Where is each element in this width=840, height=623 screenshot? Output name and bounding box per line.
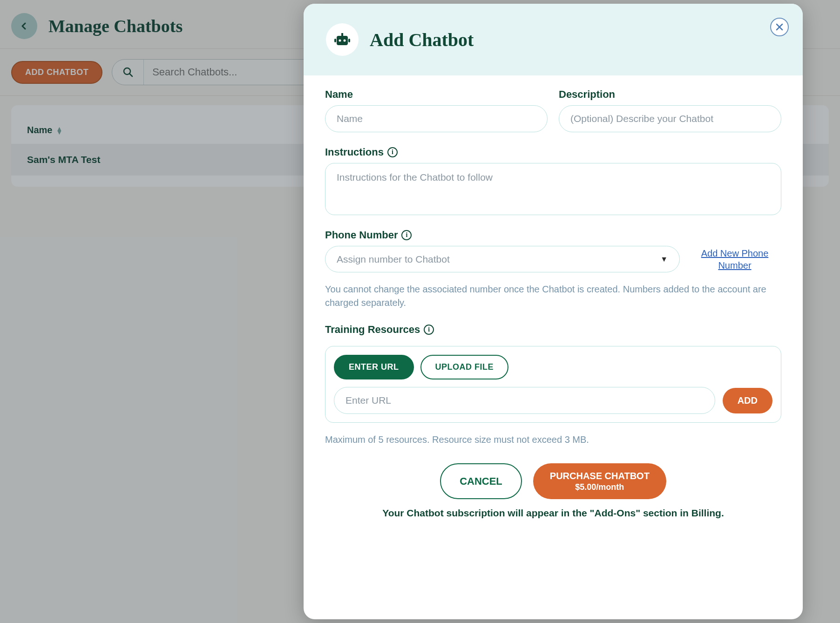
svg-rect-6 xyxy=(334,39,336,42)
modal-header: Add Chatbot xyxy=(304,4,803,75)
phone-label-text: Phone Number xyxy=(325,229,398,241)
phone-help-text: You cannot change the associated number … xyxy=(325,283,781,310)
training-help-text: Maximum of 5 resources. Resource size mu… xyxy=(325,433,781,447)
modal-title: Add Chatbot xyxy=(370,29,474,51)
name-label: Name xyxy=(325,88,548,101)
training-label-text: Training Resources xyxy=(325,324,420,336)
purchase-button[interactable]: PURCHASE CHATBOT $5.00/month xyxy=(533,463,666,499)
add-url-button[interactable]: ADD xyxy=(723,388,772,413)
close-icon xyxy=(775,23,784,31)
training-label: Training Resources i xyxy=(325,324,781,336)
description-label: Description xyxy=(559,88,781,101)
training-box: ENTER URL UPLOAD FILE ADD xyxy=(325,346,781,423)
modal-body: Name Description Instructions i Phone Nu… xyxy=(304,75,803,619)
tab-enter-url[interactable]: ENTER URL xyxy=(334,355,414,379)
info-icon[interactable]: i xyxy=(387,147,398,157)
phone-label: Phone Number i xyxy=(325,229,781,241)
svg-rect-2 xyxy=(337,36,348,45)
close-button[interactable] xyxy=(770,18,789,36)
tab-upload-file[interactable]: UPLOAD FILE xyxy=(420,355,509,379)
cancel-button[interactable]: CANCEL xyxy=(440,463,522,499)
instructions-input[interactable] xyxy=(325,163,781,215)
purchase-price: $5.00/month xyxy=(575,482,624,493)
purchase-label: PURCHASE CHATBOT xyxy=(550,470,650,482)
svg-point-3 xyxy=(339,40,341,42)
svg-rect-7 xyxy=(348,39,350,42)
instructions-label: Instructions i xyxy=(325,146,781,158)
billing-note: Your Chatbot subscription will appear in… xyxy=(325,508,781,519)
robot-icon xyxy=(333,30,352,49)
name-input[interactable] xyxy=(325,105,548,132)
description-input[interactable] xyxy=(559,105,781,132)
modal-actions: CANCEL PURCHASE CHATBOT $5.00/month xyxy=(325,463,781,499)
training-url-input[interactable] xyxy=(334,387,715,414)
svg-rect-5 xyxy=(341,33,343,36)
phone-select[interactable]: Assign number to Chatbot xyxy=(325,246,680,272)
add-phone-link[interactable]: Add New Phone Number xyxy=(688,247,781,271)
info-icon[interactable]: i xyxy=(424,325,434,335)
svg-point-4 xyxy=(344,40,346,42)
robot-badge xyxy=(326,23,359,56)
instructions-label-text: Instructions xyxy=(325,146,384,158)
info-icon[interactable]: i xyxy=(401,230,412,240)
add-chatbot-modal: Add Chatbot Name Description Instruction… xyxy=(304,4,803,619)
